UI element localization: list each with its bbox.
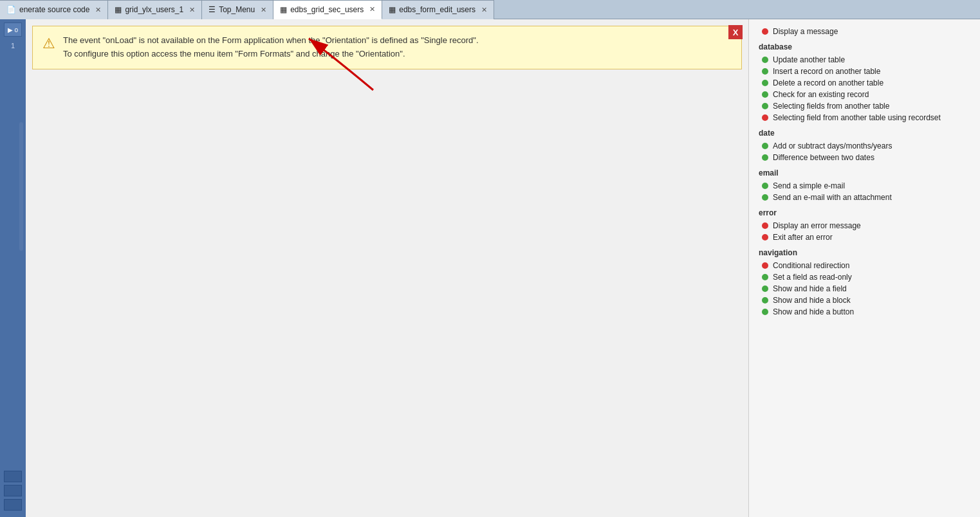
list-item-show-hide-block[interactable]: Show and hide a block — [759, 295, 970, 306]
tab-close-edbs-grid[interactable]: ✕ — [369, 5, 375, 14]
dot-send-email-attach — [762, 194, 768, 201]
dot-check-existing — [762, 91, 768, 98]
dot-diff-dates — [762, 154, 768, 161]
list-item-exit-error[interactable]: Exit after an error — [759, 231, 970, 243]
tab-edbs-form-edit[interactable]: ▦ edbs_form_edit_users ✕ — [382, 0, 494, 19]
label-add-subtract-dates: Add or subtract days/months/years — [773, 141, 892, 150]
label-update-table: Update another table — [773, 55, 845, 64]
row-number: 1 — [11, 42, 15, 50]
category-error: error — [759, 208, 970, 217]
tab-label-grid-ylx: grid_ylx_users_1 — [125, 5, 183, 14]
list-item-diff-dates[interactable]: Difference between two dates — [759, 152, 970, 163]
tab-icon-top-menu: ☰ — [208, 5, 216, 14]
warning-banner: ⚠ The event "onLoad" is not available on… — [32, 26, 742, 69]
label-delete-record: Delete a record on another table — [773, 78, 883, 87]
dot-show-hide-button — [762, 309, 768, 315]
list-item-display-error[interactable]: Display an error message — [759, 220, 970, 231]
label-send-email: Send a simple e-mail — [773, 181, 845, 190]
sidebar-btn-1[interactable] — [4, 471, 22, 482]
list-item-add-subtract-dates[interactable]: Add or subtract days/months/years — [759, 140, 970, 152]
dot-set-readonly — [762, 274, 768, 280]
tab-label-generate: enerate source code — [19, 5, 89, 14]
list-item-conditional-redirect[interactable]: Conditional redirection — [759, 260, 970, 271]
list-item-insert-record[interactable]: Insert a record on another table — [759, 66, 970, 77]
dot-insert-record — [762, 68, 768, 75]
list-item-delete-record[interactable]: Delete a record on another table — [759, 77, 970, 89]
dot-exit-error — [762, 234, 768, 240]
category-database: database — [759, 42, 970, 51]
close-warning-button[interactable]: X — [728, 25, 743, 39]
tab-label-top-menu: Top_Menu — [219, 5, 255, 14]
list-item-select-recordset[interactable]: Selecting field from another table using… — [759, 112, 970, 123]
label-show-hide-button: Show and hide a button — [773, 307, 854, 316]
tab-icon-edbs-form: ▦ — [389, 5, 396, 14]
tab-close-generate[interactable]: ✕ — [95, 6, 101, 14]
tab-icon-generate: 📄 — [6, 5, 16, 14]
list-item-select-fields[interactable]: Selecting fields from another table — [759, 100, 970, 112]
dot-conditional-redirect — [762, 262, 768, 269]
tab-generate-source[interactable]: 📄 enerate source code ✕ — [0, 0, 108, 19]
dot-send-email — [762, 183, 768, 189]
list-item-send-email-attach[interactable]: Send an e-mail with an attachment — [759, 192, 970, 203]
warning-text: The event "onLoad" is not available on t… — [63, 34, 479, 61]
main-area: ▶ o 1 ⚠ The event "onLoa — [0, 19, 980, 517]
dot-update-table — [762, 57, 768, 63]
label-check-existing: Check for an existing record — [773, 90, 869, 99]
sidebar-btn-2[interactable] — [4, 485, 22, 496]
label-show-hide-field: Show and hide a field — [773, 284, 847, 293]
label-diff-dates: Difference between two dates — [773, 153, 874, 162]
label-select-recordset: Selecting field from another table using… — [773, 113, 941, 122]
left-sidebar: ▶ o 1 — [0, 19, 26, 517]
tab-bar: 📄 enerate source code ✕ ▦ grid_ylx_users… — [0, 0, 980, 19]
dot-delete-record — [762, 80, 768, 86]
dot-select-recordset — [762, 114, 768, 121]
play-button[interactable]: ▶ o — [4, 23, 22, 37]
dot-add-subtract-dates — [762, 143, 768, 149]
tab-close-edbs-form[interactable]: ✕ — [481, 6, 487, 14]
list-item-check-existing[interactable]: Check for an existing record — [759, 89, 970, 100]
tab-top-menu[interactable]: ☰ Top_Menu ✕ — [202, 0, 273, 19]
label-select-fields: Selecting fields from another table — [773, 102, 889, 111]
category-email: email — [759, 168, 970, 177]
list-item-set-readonly[interactable]: Set a field as read-only — [759, 271, 970, 283]
list-item-show-hide-field[interactable]: Show and hide a field — [759, 283, 970, 295]
tab-label-edbs-grid: edbs_grid_sec_users — [290, 5, 364, 14]
label-conditional-redirect: Conditional redirection — [773, 261, 849, 270]
scroll-indicator — [19, 122, 23, 251]
dot-select-fields — [762, 103, 768, 109]
tab-icon-grid-ylx: ▦ — [115, 5, 122, 14]
tab-close-grid-ylx[interactable]: ✕ — [189, 6, 195, 14]
warning-icon: ⚠ — [42, 35, 55, 52]
label-insert-record: Insert a record on another table — [773, 67, 880, 76]
tab-grid-ylx[interactable]: ▦ grid_ylx_users_1 ✕ — [108, 0, 202, 19]
content-area: ⚠ The event "onLoad" is not available on… — [26, 19, 748, 517]
label-show-hide-block: Show and hide a block — [773, 296, 851, 305]
warning-line1: The event "onLoad" is not available on t… — [63, 34, 479, 48]
label-display-message: Display a message — [773, 27, 838, 36]
tab-label-edbs-form: edbs_form_edit_users — [399, 5, 476, 14]
dot-display-error — [762, 222, 768, 229]
category-navigation: navigation — [759, 248, 970, 257]
category-date: date — [759, 129, 970, 138]
dot-show-hide-field — [762, 286, 768, 292]
right-panel: Display a message database Update anothe… — [748, 19, 980, 517]
label-send-email-attach: Send an e-mail with an attachment — [773, 193, 892, 202]
dot-show-hide-block — [762, 297, 768, 304]
label-set-readonly: Set a field as read-only — [773, 273, 852, 282]
list-item-update-table[interactable]: Update another table — [759, 54, 970, 66]
tab-icon-edbs-grid: ▦ — [280, 5, 287, 14]
warning-line2: To configure this option access the menu… — [63, 48, 479, 61]
list-item-display-message[interactable]: Display a message — [759, 26, 970, 37]
tab-edbs-grid-sec[interactable]: ▦ edbs_grid_sec_users ✕ — [273, 0, 382, 19]
sidebar-btn-3[interactable] — [4, 499, 22, 511]
label-display-error: Display an error message — [773, 221, 861, 230]
sidebar-bottom — [0, 471, 26, 517]
list-item-show-hide-button[interactable]: Show and hide a button — [759, 306, 970, 318]
dot-red-display-message — [762, 28, 768, 35]
tab-close-top-menu[interactable]: ✕ — [261, 6, 266, 14]
list-item-send-email[interactable]: Send a simple e-mail — [759, 180, 970, 192]
label-exit-error: Exit after an error — [773, 233, 833, 242]
